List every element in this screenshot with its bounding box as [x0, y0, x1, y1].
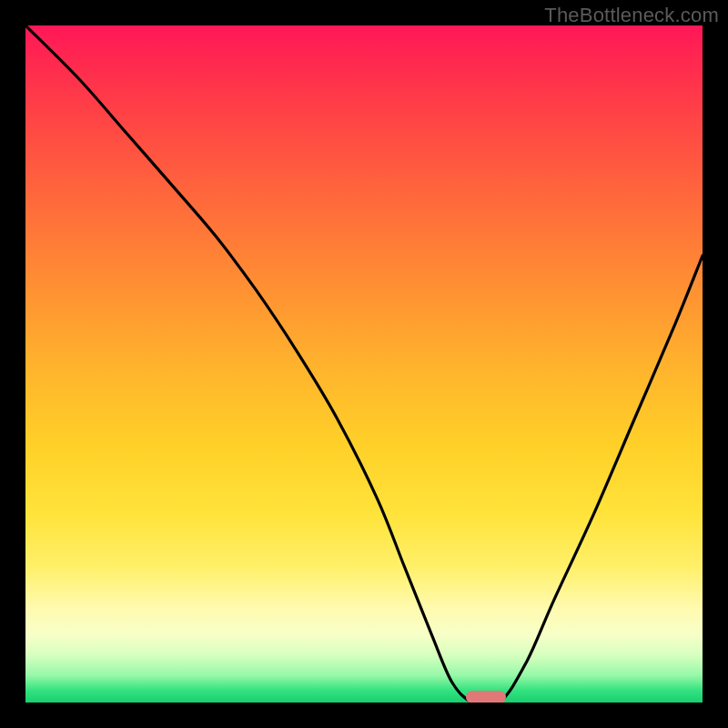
chart-frame: TheBottleneck.com: [0, 0, 728, 728]
bottleneck-curve-path: [25, 25, 703, 703]
curve-layer: [25, 25, 703, 703]
watermark-text: TheBottleneck.com: [544, 4, 719, 27]
optimal-range-marker: [466, 691, 507, 703]
plot-area: [25, 25, 703, 703]
